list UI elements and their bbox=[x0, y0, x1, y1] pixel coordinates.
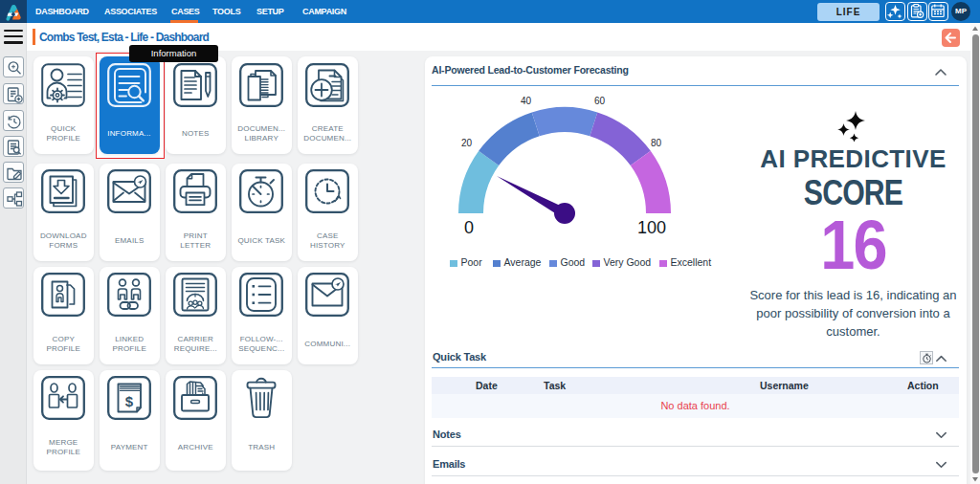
svg-text:$: $ bbox=[125, 393, 134, 409]
